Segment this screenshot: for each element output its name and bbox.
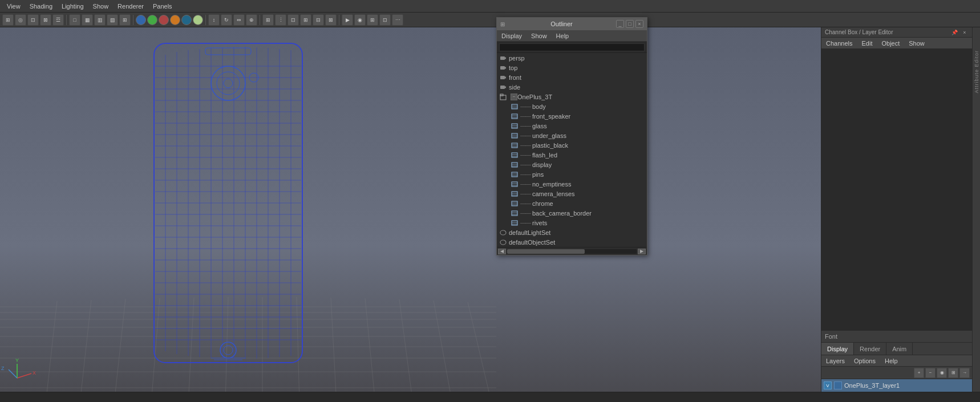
toolbar-circle-blue[interactable] [136,15,146,25]
outliner-maximize-btn[interactable]: □ [626,20,634,28]
cb-menu-edit[interactable]: Edit [857,38,877,48]
cb-pin-icon[interactable]: 📌 [950,29,958,36]
cb-menu-show[interactable]: Show [904,38,929,48]
layer-menu-options[interactable]: Options [849,355,880,366]
toolbar-btn-manip[interactable]: ⊕ [246,14,257,26]
tree-item-label: persp [509,55,525,62]
menu-lighting[interactable]: Lighting [57,0,88,12]
layer-tab-anim[interactable]: Anim [886,343,913,355]
toolbar-btn-9[interactable]: ▧ [107,14,118,26]
toolbar-btn-render2[interactable]: ◉ [354,14,366,26]
layer-menu-layers[interactable]: Layers [821,355,849,366]
cb-menu-channels[interactable]: Channels [821,38,857,48]
outliner-hscrollbar[interactable]: ◀ ▶ [497,247,647,255]
toolbar-btn-snap6[interactable]: ⊠ [325,14,337,26]
cb-menu-object[interactable]: Object [877,38,904,48]
layer-menu-help[interactable]: Help [880,355,902,366]
toolbar-btn-snap1[interactable]: ⊞ [262,14,274,26]
tree-item[interactable]: ——rivets [497,218,647,228]
tree-item[interactable]: persp [497,53,647,63]
toolbar-btn-move[interactable]: ↕ [208,14,220,26]
hscroll-right-btn[interactable]: ▶ [638,249,646,254]
toolbar-circle-red[interactable] [159,15,169,25]
layer-tab-display[interactable]: Display [821,343,854,355]
layer-tool-4[interactable]: ⊞ [948,368,958,378]
tree-item[interactable]: ——back_camera_border [497,208,647,218]
toolbar-btn-more[interactable]: ⋯ [392,14,403,26]
toolbar-btn-render3[interactable]: ⊞ [367,14,378,26]
toolbar-circle-orange[interactable] [170,15,180,25]
outliner-close-btn[interactable]: × [635,20,643,28]
tree-item[interactable]: side [497,82,647,92]
toolbar-btn-3[interactable]: ⊡ [27,14,39,26]
layer-tool-5[interactable]: → [959,368,970,378]
outliner-menu-show[interactable]: Show [527,30,552,41]
toolbar-btn-snap2[interactable]: ⋮ [275,14,286,26]
toolbar-btn-scale[interactable]: ⇔ [233,14,245,26]
menu-view[interactable]: View [2,0,25,12]
outliner-tree[interactable]: persptopfrontside−OnePlus_3T——body——fron… [497,53,647,247]
tree-connector: —— [520,132,531,139]
toolbar-btn-snap3[interactable]: ⊡ [287,14,299,26]
outliner-menu-display[interactable]: Display [497,30,527,41]
toolbar-btn-10[interactable]: ⊞ [119,14,131,26]
toolbar-btn-snap5[interactable]: ⊟ [313,14,324,26]
layer-tab-render[interactable]: Render [854,343,886,355]
outliner-minimize-btn[interactable]: _ [616,20,624,28]
tree-item[interactable]: ——front_speaker [497,111,647,121]
tree-item-type-icon [499,93,507,101]
tree-item[interactable]: ——flash_led [497,150,647,160]
layer-visible-checkbox[interactable]: V [824,381,832,389]
menu-renderer[interactable]: Renderer [113,0,148,12]
toolbar-circle-light[interactable] [193,15,203,25]
tree-item[interactable]: ——no_emptiness [497,179,647,189]
toolbar-btn-7[interactable]: ▦ [82,14,93,26]
outliner-search-input[interactable] [499,43,645,51]
tree-item[interactable]: defaultLightSet [497,228,647,237]
tree-item[interactable]: ——glass [497,121,647,131]
tree-item[interactable]: ——plastic_black [497,140,647,150]
toolbar-btn-snap4[interactable]: ⊞ [300,14,311,26]
tree-item[interactable]: front [497,72,647,82]
svg-rect-117 [512,201,517,206]
menu-panels[interactable]: Panels [148,0,177,12]
tree-item-type-icon [511,190,519,198]
layer-tool-1[interactable]: + [914,368,924,378]
tree-item[interactable]: top [497,63,647,72]
tree-item[interactable]: ——display [497,160,647,169]
tree-collapse-btn[interactable]: − [511,94,517,100]
tree-item-label: front_speaker [532,113,570,120]
tree-item[interactable]: ——pins [497,169,647,179]
side-strip-attr-editor[interactable]: Attribute Editor [974,50,979,94]
toolbar-btn-5[interactable]: ☲ [52,14,64,26]
svg-marker-82 [505,76,506,79]
menu-shading[interactable]: Shading [25,0,57,12]
tree-item[interactable]: defaultObjectSet [497,237,647,247]
tree-connector: —— [520,171,531,177]
toolbar-circle-green[interactable] [147,15,157,25]
toolbar-btn-rotate[interactable]: ↻ [221,14,232,26]
viewport[interactable]: X Y Z persp [0,27,821,392]
toolbar-btn-render4[interactable]: ⊡ [379,14,391,26]
layer-tool-3[interactable]: ◉ [937,368,947,378]
cb-close-icon[interactable]: × [961,29,969,36]
tree-item[interactable]: ——camera_lenses [497,189,647,198]
layer-row-0[interactable]: V OnePlus_3T_layer1 [821,379,972,392]
tree-item[interactable]: ——body [497,101,647,111]
toolbar-btn-render1[interactable]: ▶ [342,14,353,26]
layer-tool-2[interactable]: − [925,368,936,378]
toolbar-btn-4[interactable]: ⊠ [40,14,51,26]
hscroll-left-btn[interactable]: ◀ [498,249,506,254]
outliner-menu-help[interactable]: Help [552,30,574,41]
menu-show[interactable]: Show [88,0,114,12]
toolbar-circle-teal[interactable] [181,15,192,25]
toolbar-btn-6[interactable]: □ [69,14,80,26]
tree-item[interactable]: ——under_glass [497,131,647,140]
hscroll-thumb[interactable] [507,249,585,254]
tree-connector: —— [520,152,531,158]
tree-item[interactable]: ——chrome [497,198,647,208]
toolbar-btn-8[interactable]: ▥ [94,14,106,26]
toolbar-btn-1[interactable]: ⊞ [2,14,14,26]
tree-item[interactable]: −OnePlus_3T [497,92,647,101]
toolbar-btn-2[interactable]: ◎ [15,14,26,26]
